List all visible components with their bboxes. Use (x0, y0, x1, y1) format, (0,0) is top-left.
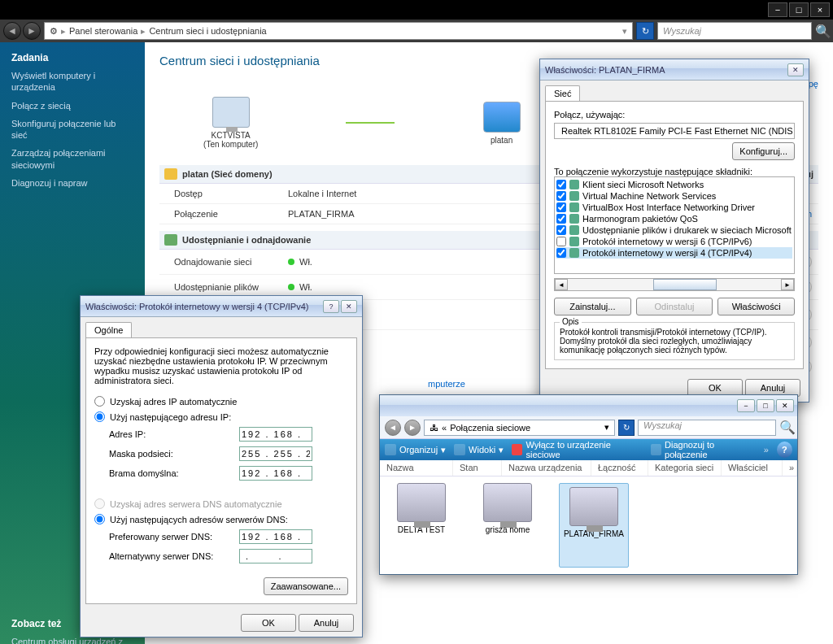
connection-item[interactable]: DELTA TEST (386, 483, 456, 568)
component-icon (569, 191, 579, 201)
description-box: Opis Protokół kontroli transmisji/Protok… (554, 322, 795, 360)
crumb-network-center[interactable]: Centrum sieci i udostępniania (149, 26, 266, 36)
alternate-dns-field[interactable] (239, 549, 312, 564)
scroll-left-button[interactable]: ◄ (555, 279, 568, 290)
nic-properties-dialog: Właściwości: PLATAN_FIRMA ✕ Sieć Połącz,… (539, 59, 809, 402)
sidebar-item-setup-connection[interactable]: Skonfiguruj połączenie lub sieć (11, 118, 133, 141)
connection-icon (569, 487, 618, 526)
maximize-button[interactable]: □ (757, 399, 774, 412)
list-item[interactable]: Klient sieci Microsoft Networks (556, 179, 792, 190)
sidebar-item-connect-network[interactable]: Połącz z siecią (11, 100, 133, 111)
minimize-button[interactable]: − (768, 2, 787, 17)
back-button[interactable]: ◄ (3, 22, 21, 40)
diagnose-button[interactable]: Diagnozuj to połączenie (651, 440, 756, 459)
close-button[interactable]: ✕ (787, 63, 804, 76)
search-input[interactable]: Wyszukaj (638, 420, 776, 436)
list-item[interactable]: Udostępnianie plików i drukarek w siecia… (556, 224, 792, 236)
refresh-button[interactable]: ↻ (636, 22, 654, 40)
connect-using-label: Połącz, używając: (554, 110, 795, 120)
radio-manual-ip[interactable] (94, 411, 105, 422)
uninstall-button: Odinstaluj (636, 298, 713, 315)
component-icon (569, 202, 579, 212)
radio-auto-ip[interactable] (94, 396, 105, 407)
dialog-title: Właściwości: Protokół internetowy w wers… (85, 302, 308, 311)
disable-icon (512, 444, 522, 455)
scroll-right-button[interactable]: ► (781, 279, 794, 290)
sidebar-item-view-computers[interactable]: Wyświetl komputery i urządzenia (11, 70, 133, 94)
mini-address-bar: ◄ ► 🖧 « Połączenia sieciowe ▾ ↻ Wyszukaj… (380, 416, 797, 439)
component-icon (569, 225, 579, 235)
column-headers[interactable]: Nazwa Stan Nazwa urządzenia Łączność Kat… (380, 460, 797, 476)
ok-button[interactable]: OK (241, 614, 296, 632)
breadcrumb[interactable]: ⚙ ▸ Panel sterowania ▸ Centrum sieci i u… (44, 22, 633, 40)
radio-auto-dns (94, 498, 105, 509)
search-icon[interactable]: 🔍 (815, 24, 830, 39)
list-item[interactable]: Harmonogram pakietów QoS (556, 213, 792, 224)
forward-button[interactable]: ► (23, 22, 41, 40)
search-input[interactable]: Wyszukaj (657, 22, 812, 40)
forward-button[interactable]: ► (404, 420, 421, 436)
dialog-titlebar[interactable]: Właściwości: Protokół internetowy w wers… (81, 296, 362, 317)
window-titlebar[interactable]: − □ ✕ (380, 395, 797, 416)
close-button[interactable]: ✕ (776, 399, 794, 412)
connection-icon (397, 483, 446, 522)
close-button[interactable]: ✕ (341, 300, 357, 313)
adapter-name: Realtek RTL8102E Family PCI-E Fast Ether… (561, 126, 793, 136)
breadcrumb[interactable]: 🖧 « Połączenia sieciowe ▾ (424, 420, 615, 436)
component-icon (569, 214, 579, 224)
help-button[interactable]: ? (777, 442, 792, 458)
list-item[interactable]: Protokół internetowy w wersji 4 (TCP/IPv… (556, 247, 792, 259)
components-label: To połączenie wykorzystuje następujące s… (554, 167, 795, 176)
subnet-mask-field[interactable] (239, 446, 312, 461)
command-bar: Organizuj ▾ Widoki ▾ Wyłącz to urządzeni… (380, 439, 797, 460)
network-connections-icon: 🖧 (430, 423, 438, 433)
organize-icon (385, 444, 396, 455)
link-line (346, 122, 395, 124)
install-button[interactable]: Zainstaluj... (554, 298, 631, 315)
gateway-field[interactable] (239, 466, 312, 481)
horizontal-scrollbar[interactable]: ◄ ► (554, 278, 795, 291)
tab-general[interactable]: Ogólne (85, 322, 132, 337)
os-titlebar: − □ × (0, 0, 833, 20)
configure-button[interactable]: Konfiguruj... (732, 142, 795, 160)
advanced-button[interactable]: Zaawansowane... (264, 577, 348, 595)
component-icon (569, 248, 579, 258)
preferred-dns-field[interactable] (239, 529, 312, 544)
diagnose-icon (651, 444, 661, 455)
connection-icon (483, 483, 532, 522)
scroll-thumb[interactable] (653, 279, 717, 290)
sidebar-item-diagnose[interactable]: Diagnozuj i napraw (11, 177, 133, 189)
back-button[interactable]: ◄ (385, 420, 401, 436)
close-button[interactable]: × (810, 2, 830, 17)
crumb-control-panel[interactable]: Panel sterowania (69, 26, 137, 36)
properties-button[interactable]: Właściwości (717, 298, 795, 315)
ipv4-properties-dialog: Właściwości: Protokół internetowy w wers… (80, 295, 363, 637)
network-connections-window: − □ ✕ ◄ ► 🖧 « Połączenia sieciowe ▾ ↻ Wy… (379, 394, 798, 575)
list-item[interactable]: Protokół internetowy w wersji 6 (TCP/IPv… (556, 236, 792, 247)
disable-device-button[interactable]: Wyłącz to urządzenie sieciowe (512, 440, 643, 459)
components-list[interactable]: Klient sieci Microsoft Networks Virtual … (554, 176, 795, 274)
cancel-button[interactable]: Anuluj (299, 614, 354, 632)
views-menu[interactable]: Widoki ▾ (454, 444, 504, 455)
sidebar-item-manage-connections[interactable]: Zarządzaj połączeniami sieciowymi (11, 147, 133, 171)
list-item[interactable]: VirtualBox Host Interface Networking Dri… (556, 202, 792, 213)
connections-list: DELTA TEST grisza home PLATAN_FIRMA (380, 476, 797, 574)
connection-item-selected[interactable]: PLATAN_FIRMA (559, 483, 629, 568)
radio-manual-dns[interactable] (94, 514, 105, 524)
maximize-button[interactable]: □ (789, 2, 809, 17)
help-button[interactable]: ? (323, 300, 339, 313)
tab-network[interactable]: Sieć (545, 85, 580, 101)
connection-item[interactable]: grisza home (473, 483, 543, 568)
minimize-button[interactable]: − (737, 399, 755, 412)
sharing-icon (164, 234, 177, 246)
node-this-computer: KCTVISTA (Ten komputer) (203, 97, 258, 149)
address-bar: ◄ ► ⚙ ▸ Panel sterowania ▸ Centrum sieci… (0, 20, 833, 42)
refresh-button[interactable]: ↻ (618, 420, 635, 436)
list-item[interactable]: Virtual Machine Network Services (556, 190, 792, 202)
component-icon (569, 237, 579, 246)
search-icon[interactable]: 🔍 (779, 420, 792, 435)
ip-address-field[interactable] (239, 427, 312, 442)
dialog-titlebar[interactable]: Właściwości: PLATAN_FIRMA ✕ (540, 59, 809, 80)
organize-menu[interactable]: Organizuj ▾ (385, 444, 446, 455)
node-router: platan (483, 102, 521, 145)
